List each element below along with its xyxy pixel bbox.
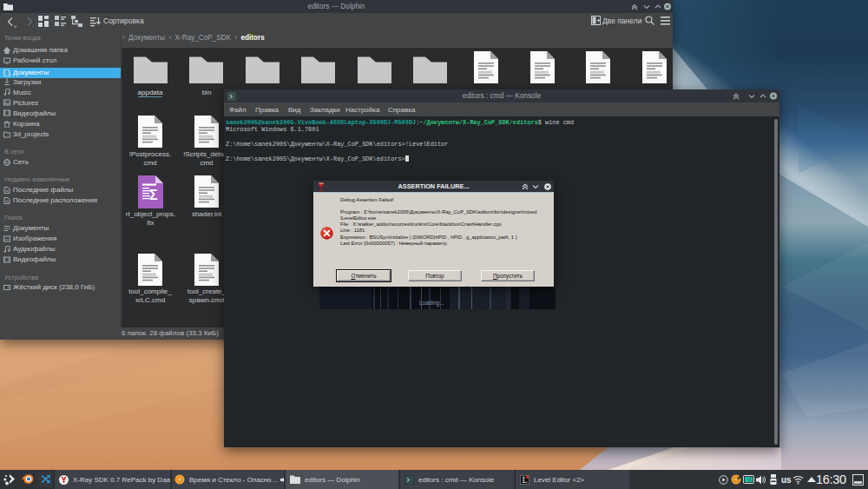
svg-text:Loading...: Loading... xyxy=(419,300,444,307)
svg-text:Σ: Σ xyxy=(149,188,158,202)
